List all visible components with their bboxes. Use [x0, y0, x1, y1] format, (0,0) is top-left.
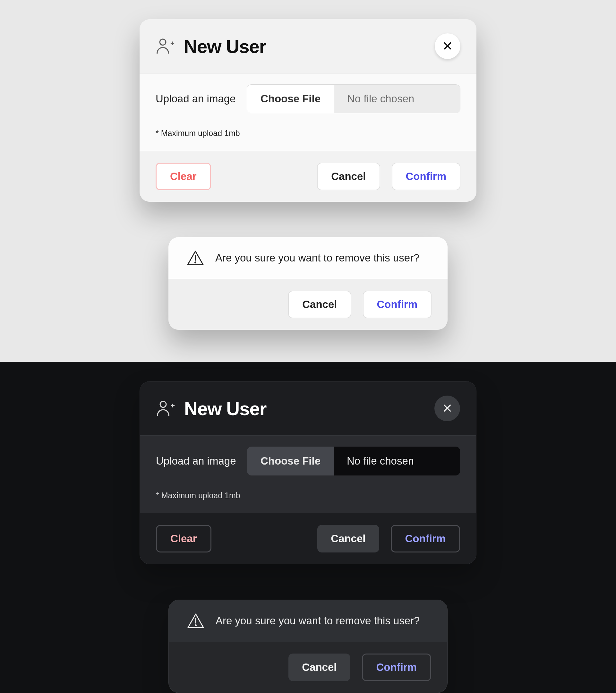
confirm-button[interactable]: Confirm [363, 291, 432, 318]
close-button[interactable] [434, 396, 460, 421]
cancel-button[interactable]: Cancel [289, 654, 350, 681]
svg-point-0 [160, 39, 166, 45]
confirm-footer: Cancel Confirm [169, 642, 447, 693]
confirm-header: Are you sure you want to remove this use… [169, 600, 447, 642]
confirm-header: Are you sure you want to remove this use… [168, 237, 448, 279]
choose-file-button[interactable]: Choose File [247, 85, 334, 113]
confirm-button[interactable]: Confirm [362, 654, 432, 681]
upload-label: Upload an image [156, 93, 236, 105]
file-input: Choose File No file chosen [247, 447, 460, 475]
cancel-button[interactable]: Cancel [288, 291, 351, 318]
confirm-message: Are you sure you want to remove this use… [216, 615, 420, 627]
upload-row: Upload an image Choose File No file chos… [156, 447, 460, 475]
new-user-modal: New User Upload an image Choose File No … [140, 19, 476, 202]
upload-hint: * Maximum upload 1mb [156, 128, 460, 138]
confirm-button[interactable]: Confirm [392, 163, 461, 190]
new-user-modal-dark: New User Upload an image Choose File No … [140, 381, 476, 565]
confirm-button[interactable]: Confirm [391, 525, 460, 553]
svg-point-13 [195, 625, 196, 626]
close-icon [443, 41, 452, 51]
warning-icon [187, 613, 205, 629]
svg-point-7 [160, 401, 166, 408]
close-icon [443, 403, 452, 414]
close-button[interactable] [435, 33, 460, 59]
modal-body: Upload an image Choose File No file chos… [140, 436, 476, 513]
choose-file-button[interactable]: Choose File [247, 447, 334, 475]
remove-user-modal-dark: Are you sure you want to remove this use… [168, 600, 448, 693]
confirm-message: Are you sure you want to remove this use… [215, 252, 419, 264]
file-status-text: No file chosen [334, 447, 460, 475]
file-status-text: No file chosen [334, 85, 460, 113]
svg-point-6 [195, 262, 196, 263]
user-plus-icon [156, 401, 175, 416]
remove-user-modal: Are you sure you want to remove this use… [168, 237, 448, 330]
modal-footer: Clear Cancel Confirm [140, 513, 476, 564]
modal-title: New User [184, 398, 425, 419]
modal-title: New User [184, 36, 426, 57]
upload-label: Upload an image [156, 455, 236, 467]
confirm-footer: Cancel Confirm [168, 279, 448, 330]
user-plus-icon [156, 39, 175, 54]
warning-icon [186, 250, 204, 266]
cancel-button[interactable]: Cancel [317, 525, 379, 553]
upload-hint: * Maximum upload 1mb [156, 491, 460, 500]
modal-header: New User [140, 19, 476, 74]
upload-row: Upload an image Choose File No file chos… [156, 84, 460, 113]
cancel-button[interactable]: Cancel [317, 163, 380, 190]
file-input: Choose File No file chosen [247, 84, 460, 113]
modal-body: Upload an image Choose File No file chos… [140, 74, 476, 151]
clear-button[interactable]: Clear [156, 163, 211, 190]
clear-button[interactable]: Clear [156, 525, 212, 553]
modal-header: New User [140, 381, 476, 436]
modal-footer: Clear Cancel Confirm [140, 151, 476, 202]
